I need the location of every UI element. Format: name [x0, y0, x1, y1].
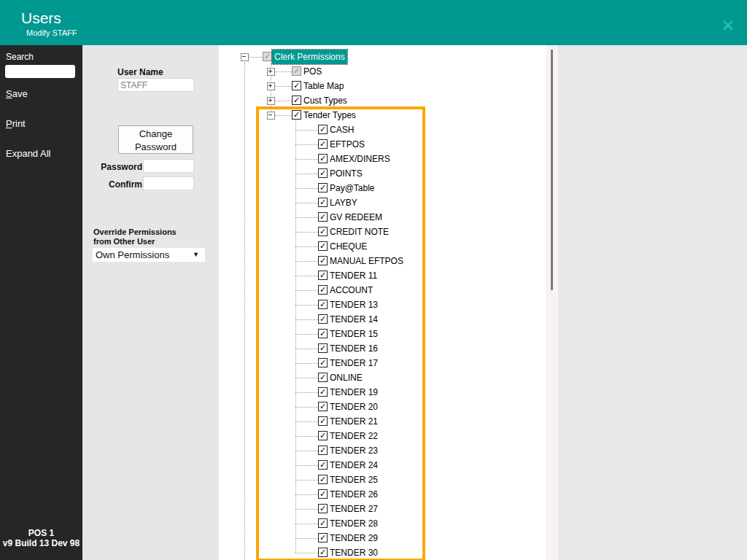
- tree-node-label[interactable]: TENDER 29: [330, 531, 378, 545]
- tree-node-label[interactable]: Clerk Permissions: [272, 50, 347, 64]
- checkbox-partial[interactable]: ✓: [292, 66, 301, 76]
- tree-node-tender-29[interactable]: ✓TENDER 29: [219, 531, 546, 545]
- tree-node-label[interactable]: TENDER 27: [330, 502, 378, 516]
- expand-all-button[interactable]: Expand All: [6, 148, 50, 159]
- tree-node-tender-26[interactable]: ✓TENDER 26: [219, 487, 546, 502]
- tree-node-credit-note[interactable]: ✓CREDIT NOTE: [219, 225, 546, 239]
- checkbox-checked[interactable]: ✓: [318, 285, 328, 295]
- tree-node-tender-20[interactable]: ✓TENDER 20: [219, 400, 546, 414]
- checkbox-checked[interactable]: ✓: [318, 402, 328, 411]
- tree-node-amex-diners[interactable]: ✓AMEX/DINERS: [219, 152, 546, 166]
- checkbox-checked[interactable]: ✓: [318, 533, 328, 542]
- checkbox-checked[interactable]: ✓: [318, 300, 328, 309]
- checkbox-checked[interactable]: ✓: [318, 314, 328, 324]
- tree-node-label[interactable]: ONLINE: [330, 370, 363, 385]
- checkbox-checked[interactable]: ✓: [318, 518, 328, 528]
- tree-node-label[interactable]: TENDER 25: [330, 472, 378, 487]
- tree-node-label[interactable]: AMEX/DINERS: [330, 152, 390, 166]
- tree-node-label[interactable]: TENDER 15: [330, 327, 378, 341]
- tree-node-label[interactable]: TENDER 26: [330, 487, 378, 502]
- checkbox-checked[interactable]: ✓: [318, 373, 328, 382]
- change-password-button[interactable]: Change Password: [118, 125, 193, 154]
- tree-node-label[interactable]: POINTS: [330, 166, 363, 181]
- tree-node-tender-27[interactable]: ✓TENDER 27: [219, 502, 546, 516]
- tree-node-tender-types[interactable]: ✓Tender Types: [219, 108, 546, 122]
- tree-node-label[interactable]: TENDER 28: [330, 516, 378, 531]
- tree-node-cust-types[interactable]: ✓Cust Types: [219, 93, 546, 108]
- checkbox-checked[interactable]: ✓: [318, 154, 328, 163]
- tree-node-account[interactable]: ✓ACCOUNT: [219, 283, 546, 298]
- tree-node-label[interactable]: POS: [303, 64, 322, 79]
- tree-node-label[interactable]: MANUAL EFTPOS: [330, 254, 403, 268]
- tree-node-label[interactable]: Pay@Table: [330, 181, 375, 195]
- checkbox-checked[interactable]: ✓: [318, 168, 328, 178]
- tree-node-clerk-permissions[interactable]: ✓Clerk Permissions: [219, 50, 546, 64]
- vertical-scrollbar[interactable]: [546, 45, 558, 560]
- tree-node-label[interactable]: LAYBY: [330, 195, 357, 210]
- tree-node-label[interactable]: CREDIT NOTE: [330, 225, 389, 239]
- tree-node-label[interactable]: TENDER 22: [330, 429, 378, 443]
- checkbox-checked[interactable]: ✓: [318, 241, 328, 251]
- tree-node-tender-11[interactable]: ✓TENDER 11: [219, 268, 546, 283]
- checkbox-checked[interactable]: ✓: [292, 110, 301, 120]
- collapse-icon[interactable]: [241, 53, 249, 61]
- tree-node-label[interactable]: TENDER 14: [330, 312, 378, 327]
- checkbox-checked[interactable]: ✓: [318, 387, 328, 397]
- tree-node-pay-table[interactable]: ✓Pay@Table: [219, 181, 546, 195]
- tree-node-label[interactable]: TENDER 13: [330, 298, 378, 312]
- tree-node-layby[interactable]: ✓LAYBY: [219, 195, 546, 210]
- tree-node-label[interactable]: TENDER 17: [330, 356, 378, 370]
- expand-icon[interactable]: [267, 68, 275, 76]
- tree-node-tender-22[interactable]: ✓TENDER 22: [219, 429, 546, 443]
- tree-node-tender-25[interactable]: ✓TENDER 25: [219, 472, 546, 487]
- checkbox-checked[interactable]: ✓: [292, 81, 301, 90]
- username-field[interactable]: [117, 78, 194, 92]
- tree-node-label[interactable]: ACCOUNT: [330, 283, 373, 298]
- tree-node-pos[interactable]: ✓POS: [219, 64, 546, 79]
- tree-node-tender-19[interactable]: ✓TENDER 19: [219, 385, 546, 400]
- print-button[interactable]: Print: [6, 118, 26, 129]
- tree-node-label[interactable]: Table Map: [303, 79, 344, 93]
- tree-node-label[interactable]: TENDER 20: [330, 400, 378, 414]
- checkbox-checked[interactable]: ✓: [292, 96, 301, 105]
- collapse-icon[interactable]: [267, 112, 275, 120]
- checkbox-checked[interactable]: ✓: [318, 256, 328, 265]
- tree-node-label[interactable]: EFTPOS: [330, 137, 365, 152]
- override-permissions-dropdown[interactable]: Own Permissions ▼: [93, 248, 205, 262]
- tree-node-manual-eftpos[interactable]: ✓MANUAL EFTPOS: [219, 254, 546, 268]
- checkbox-checked[interactable]: ✓: [318, 446, 328, 455]
- checkbox-checked[interactable]: ✓: [318, 431, 328, 440]
- checkbox-partial[interactable]: ✓: [263, 52, 272, 61]
- tree-node-label[interactable]: GV REDEEM: [330, 210, 382, 225]
- checkbox-checked[interactable]: ✓: [318, 489, 328, 499]
- checkbox-checked[interactable]: ✓: [318, 139, 328, 149]
- checkbox-checked[interactable]: ✓: [318, 343, 328, 353]
- tree-node-label[interactable]: TENDER 19: [330, 385, 378, 400]
- close-icon[interactable]: ✕: [718, 16, 738, 36]
- checkbox-checked[interactable]: ✓: [318, 198, 328, 207]
- expand-icon[interactable]: [267, 97, 275, 105]
- tree-node-table-map[interactable]: ✓Table Map: [219, 79, 546, 93]
- tree-node-label[interactable]: Tender Types: [303, 108, 356, 122]
- tree-node-label[interactable]: TENDER 11: [330, 268, 377, 283]
- save-button[interactable]: Save: [6, 88, 28, 99]
- tree-node-tender-28[interactable]: ✓TENDER 28: [219, 516, 546, 531]
- tree-node-label[interactable]: TENDER 30: [330, 545, 378, 560]
- tree-node-tender-24[interactable]: ✓TENDER 24: [219, 458, 546, 472]
- checkbox-checked[interactable]: ✓: [318, 183, 328, 192]
- checkbox-checked[interactable]: ✓: [318, 271, 328, 280]
- confirm-field[interactable]: [143, 176, 194, 190]
- tree-node-tender-15[interactable]: ✓TENDER 15: [219, 327, 546, 341]
- tree-node-gv-redeem[interactable]: ✓GV REDEEM: [219, 210, 546, 225]
- password-field[interactable]: [143, 159, 194, 173]
- tree-node-eftpos[interactable]: ✓EFTPOS: [219, 137, 546, 152]
- tree-node-label[interactable]: CHEQUE: [330, 239, 367, 254]
- checkbox-checked[interactable]: ✓: [318, 460, 328, 470]
- tree-node-cash[interactable]: ✓CASH: [219, 122, 546, 137]
- checkbox-checked[interactable]: ✓: [318, 358, 328, 368]
- checkbox-checked[interactable]: ✓: [318, 416, 328, 426]
- tree-node-label[interactable]: Cust Types: [303, 93, 347, 108]
- tree-node-tender-16[interactable]: ✓TENDER 16: [219, 341, 546, 356]
- tree-node-label[interactable]: CASH: [330, 122, 354, 137]
- tree-node-online[interactable]: ✓ONLINE: [219, 370, 546, 385]
